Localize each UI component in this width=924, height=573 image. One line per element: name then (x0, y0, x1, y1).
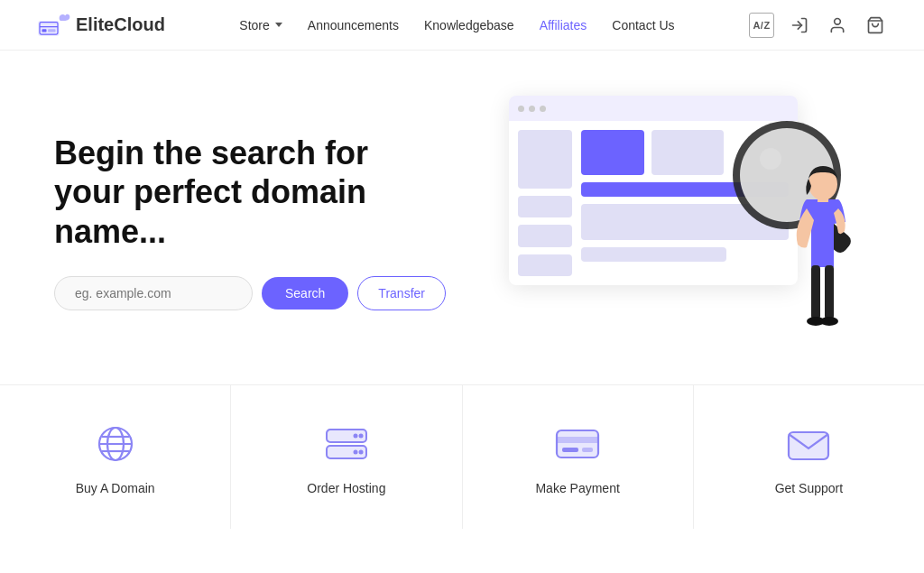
logo-icon (36, 12, 70, 39)
domain-search-bar: Search Transfer (54, 276, 415, 310)
card-get-support[interactable]: Get Support (694, 385, 924, 529)
card-buy-domain-label: Buy A Domain (76, 481, 155, 495)
svg-rect-4 (48, 29, 55, 32)
svg-rect-17 (818, 195, 828, 202)
make-payment-icon (553, 420, 602, 468)
nav-contact[interactable]: Contact Us (612, 18, 674, 32)
svg-point-28 (353, 449, 357, 454)
svg-point-16 (820, 317, 838, 326)
transfer-button[interactable]: Transfer (357, 276, 446, 310)
search-button[interactable]: Search (262, 277, 348, 310)
hero-illustration (491, 87, 870, 357)
hero-title: Begin the search for your perfect domain… (54, 134, 415, 251)
card-order-hosting[interactable]: Order Hosting (231, 385, 462, 529)
nav-knowledgebase[interactable]: Knowledgebase (424, 18, 514, 32)
hero-section: Begin the search for your perfect domain… (0, 51, 924, 384)
card-get-support-label: Get Support (775, 481, 844, 495)
logo-text: EliteCloud (76, 14, 165, 35)
card-make-payment[interactable]: Make Payment (463, 385, 694, 529)
logo[interactable]: EliteCloud (36, 12, 165, 39)
svg-rect-30 (557, 437, 598, 443)
svg-rect-0 (38, 21, 59, 36)
get-support-icon (784, 420, 833, 468)
svg-rect-32 (582, 448, 593, 452)
svg-rect-33 (789, 432, 828, 459)
nav-announcements[interactable]: Announcements (308, 18, 399, 32)
store-chevron-icon (275, 23, 282, 27)
nav-affiliates[interactable]: Affiliates (540, 18, 587, 32)
cart-icon[interactable] (863, 13, 888, 38)
card-buy-domain[interactable]: Buy A Domain (0, 385, 231, 529)
hero-text-block: Begin the search for your perfect domain… (54, 134, 415, 310)
svg-rect-14 (825, 265, 834, 319)
nav-store[interactable]: Store (239, 18, 282, 32)
svg-rect-29 (557, 430, 598, 457)
feature-cards: Buy A Domain Order Hosting Make Pa (0, 384, 924, 529)
domain-search-input[interactable] (54, 276, 253, 310)
main-nav: Store Announcements Knowledgebase Affili… (239, 18, 674, 32)
site-header: EliteCloud Store Announcements Knowledge… (0, 0, 924, 51)
header-actions: A/Z (749, 13, 888, 38)
svg-point-27 (358, 449, 363, 454)
order-hosting-icon (322, 420, 371, 468)
language-button[interactable]: A/Z (749, 13, 774, 38)
svg-point-25 (353, 433, 357, 438)
buy-domain-icon (91, 420, 140, 468)
user-icon[interactable] (825, 13, 850, 38)
card-make-payment-label: Make Payment (535, 481, 619, 495)
person-illustration (762, 159, 861, 357)
svg-point-6 (835, 18, 841, 24)
svg-rect-31 (562, 448, 578, 452)
svg-point-24 (358, 433, 363, 438)
card-order-hosting-label: Order Hosting (307, 481, 385, 495)
svg-rect-13 (811, 265, 820, 319)
login-icon[interactable] (787, 13, 812, 38)
svg-rect-3 (42, 29, 47, 32)
